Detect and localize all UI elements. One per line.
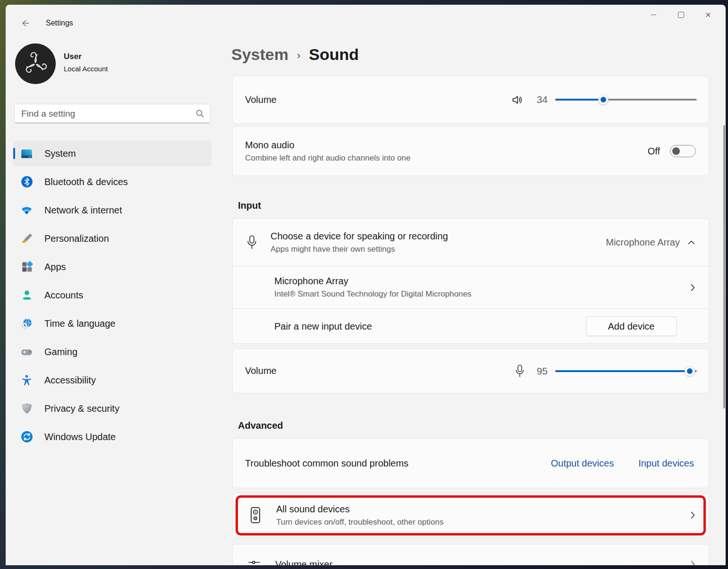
sidebar-item-accounts[interactable]: Accounts [13,282,212,308]
choose-input-device-title: Choose a device for speaking or recordin… [271,231,448,242]
sidebar-item-label: System [44,148,76,159]
shield-icon [20,402,33,415]
sidebar-item-label: Gaming [44,347,77,357]
chevron-right-icon [691,284,695,291]
sidebar-item-label: Accounts [44,290,83,301]
output-volume-card: Volume 34 [232,76,709,124]
troubleshoot-card: Troubleshoot common sound problems Outpu… [232,438,709,488]
sidebar-item-label: Personalization [44,233,109,244]
input-section-heading: Input [238,200,261,211]
sidebar-item-gaming[interactable]: Gaming [13,339,212,365]
output-volume-label: Volume [245,94,277,105]
input-devices-card: Choose a device for speaking or recordin… [232,218,709,344]
sidebar-item-label: Network & internet [44,205,122,216]
pair-input-device-label: Pair a new input device [274,321,372,332]
app-title: Settings [46,19,73,27]
maximize-button[interactable] [667,5,694,25]
chevron-right-icon [691,561,695,565]
slider-fill [555,370,690,372]
all-sound-devices-title: All sound devices [276,504,443,515]
windows-update-icon [20,431,33,443]
user-name: User [64,52,108,61]
all-sound-devices-card[interactable]: All sound devices Turn devices on/off, t… [232,493,709,537]
output-volume-value: 34 [532,94,548,105]
microphone-array-row[interactable]: Microphone Array Intel® Smart Sound Tech… [233,266,709,308]
sidebar-item-system[interactable]: System [13,141,212,166]
input-volume-label: Volume [245,365,277,376]
microphone-icon[interactable] [515,365,525,378]
sidebar-item-time-language[interactable]: Time & language [13,311,212,336]
wifi-icon [20,204,33,217]
close-button[interactable]: ✕ [694,5,722,25]
accessibility-icon [20,374,33,387]
search-box[interactable] [14,104,211,123]
volume-mixer-icon [248,558,261,566]
microphone-icon [246,235,258,250]
avatar[interactable] [15,43,56,84]
scrollbar-thumb[interactable] [723,125,725,408]
sidebar-item-bluetooth-devices[interactable]: Bluetooth & devices [13,169,212,195]
slider-thumb[interactable] [685,366,695,376]
input-devices-link[interactable]: Input devices [638,458,694,469]
sidebar-item-network-internet[interactable]: Network & internet [13,197,212,223]
volume-mixer-card[interactable]: Volume mixer [232,544,709,565]
page-title: Sound [309,45,359,64]
input-volume-value: 95 [532,365,548,377]
advanced-section-heading: Advanced [238,420,283,431]
sidebar-item-label: Accessibility [44,375,96,386]
bluetooth-icon [20,176,33,188]
volume-mixer-title: Volume mixer [275,559,332,566]
output-devices-link[interactable]: Output devices [551,458,614,469]
sidebar-item-label: Windows Update [44,432,116,442]
chevron-right-icon [691,511,695,519]
troubleshoot-label: Troubleshoot common sound problems [245,458,408,469]
mono-audio-title: Mono audio [245,140,411,151]
system-icon [20,147,33,160]
search-icon [195,109,204,118]
search-input[interactable] [20,108,195,119]
breadcrumb-system[interactable]: System [231,45,288,64]
maximize-icon [678,12,684,18]
microphone-array-description: Intel® Smart Sound Technology for Digita… [274,289,472,299]
mono-audio-subtitle: Combine left and right audio channels in… [245,153,411,163]
breadcrumb-separator-icon: › [297,48,300,62]
mono-audio-state: Off [648,146,660,157]
pair-input-device-row: Pair a new input device Add device [233,309,709,344]
microphone-array-title: Microphone Array [274,276,472,287]
slider-thumb[interactable] [598,94,609,105]
sidebar-item-label: Time & language [44,318,115,329]
output-volume-slider[interactable] [555,94,697,105]
sidebar-item-accessibility[interactable]: Accessibility [13,367,212,393]
accounts-icon [20,289,33,302]
close-icon: ✕ [705,11,711,18]
sidebar-item-label: Apps [44,262,66,272]
back-button[interactable] [18,16,32,30]
choose-input-device-subtitle: Apps might have their own settings [271,245,448,254]
mono-audio-card: Mono audio Combine left and right audio … [232,126,709,176]
slider-fill [555,99,603,101]
input-volume-slider[interactable] [555,366,697,376]
sound-devices-icon [250,507,261,524]
minimize-button[interactable] [640,5,667,25]
sidebar-item-windows-update[interactable]: Windows Update [13,424,212,450]
choose-input-device-row[interactable]: Choose a device for speaking or recordin… [233,219,709,266]
chevron-up-icon[interactable] [688,240,695,245]
settings-window: Settings ✕ [6,5,726,565]
sidebar-item-personalization[interactable]: Personalization [13,226,212,251]
speaker-icon[interactable] [511,93,524,106]
paintbrush-icon [20,232,33,245]
sidebar-nav: System Bluetooth & devices Network & int… [13,141,212,452]
minimize-icon [651,15,656,15]
breadcrumb: System › Sound [231,45,359,64]
user-account-type: Local Account [64,65,108,73]
razer-logo-icon [15,43,56,84]
sidebar-item-label: Bluetooth & devices [44,177,128,187]
back-arrow-icon [21,19,29,27]
sidebar-item-label: Privacy & security [44,403,119,414]
add-device-button[interactable]: Add device [586,316,677,336]
toggle-knob [672,147,680,155]
mono-audio-toggle[interactable] [670,145,696,157]
apps-icon [20,261,33,273]
sidebar-item-apps[interactable]: Apps [13,254,212,280]
sidebar-item-privacy-security[interactable]: Privacy & security [13,396,212,421]
